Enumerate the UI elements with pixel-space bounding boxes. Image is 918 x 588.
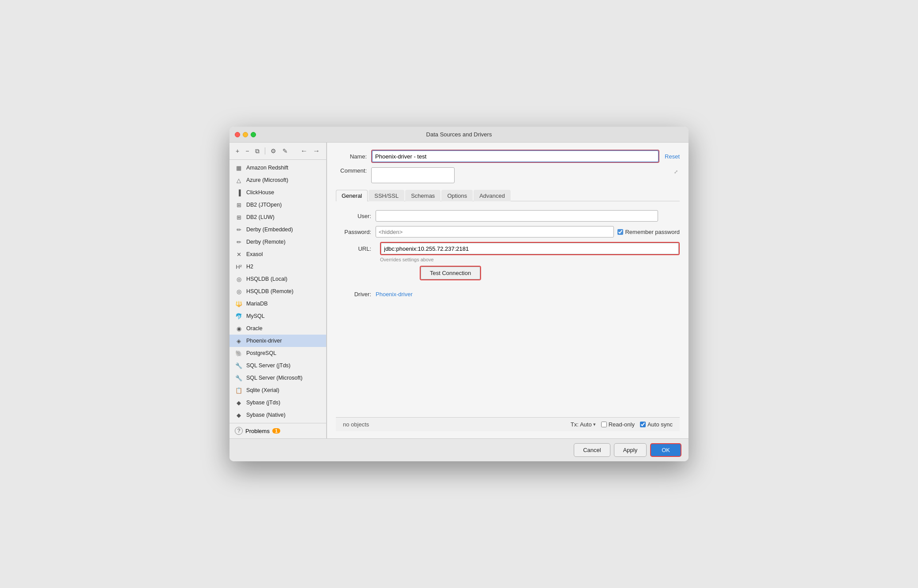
driver-label: Driver: [336,291,376,298]
sidebar-item-label-sql-server-microsoft: SQL Server (Microsoft) [246,375,302,381]
sidebar-item-phoenix-driver[interactable]: ◈Phoenix-driver [230,335,326,347]
autosync-checkbox[interactable] [640,422,646,427]
azure-microsoft-icon: △ [235,176,243,184]
sidebar: + − ⧉ ⚙ ✎ ← → ▦Amazon Redshift△Azure (Mi… [230,143,327,438]
tab-general[interactable]: General [336,190,368,201]
cancel-button[interactable]: Cancel [574,443,610,457]
tab-ssh-ssl[interactable]: SSH/SSL [369,190,404,201]
readonly-control[interactable]: Read-only [601,421,635,428]
sidebar-item-label-derby-remote: Derby (Remote) [246,239,286,245]
dialog: Data Sources and Drivers + − ⧉ ⚙ ✎ ← → ▦… [230,127,688,461]
add-button[interactable]: + [234,147,241,155]
tab-schemas[interactable]: Schemas [405,190,440,201]
forward-button[interactable]: → [311,146,322,156]
name-input[interactable] [372,151,658,162]
remember-password-checkbox[interactable] [617,229,623,235]
tx-dropdown-icon[interactable]: ▾ [593,422,596,427]
back-button[interactable]: ← [299,146,309,156]
h2-icon: H² [235,263,243,271]
postgresql-icon: 🐘 [235,349,243,357]
sidebar-item-amazon-redshift[interactable]: ▦Amazon Redshift [230,162,326,174]
settings-button[interactable]: ⚙ [269,147,278,155]
tab-options[interactable]: Options [441,190,473,201]
comment-row: Comment: ⤢ [336,167,680,185]
comment-input[interactable] [371,167,455,183]
tx-value: Auto [580,421,592,428]
tabs: General SSH/SSL Schemas Options Advanced [336,190,680,201]
apply-button[interactable]: Apply [614,443,647,457]
clickhouse-icon: ▐ [235,188,243,196]
driver-link[interactable]: Phoenix-driver [376,291,413,298]
sidebar-item-sql-server-jtds[interactable]: 🔧SQL Server (jTds) [230,359,326,372]
mariadb-icon: 🔱 [235,300,243,308]
reset-link[interactable]: Reset [665,153,680,160]
url-input[interactable] [381,243,679,254]
sybase-native-icon: ◆ [235,411,243,419]
minimize-button[interactable] [243,132,248,137]
sidebar-item-derby-remote[interactable]: ✏Derby (Remote) [230,236,326,248]
test-connection-button[interactable]: Test Connection [421,267,480,279]
sidebar-item-label-derby-embedded: Derby (Embedded) [246,226,293,233]
sidebar-item-mariadb[interactable]: 🔱MariaDB [230,298,326,310]
help-icon[interactable]: ? [235,427,243,435]
sidebar-item-hsqldb-local[interactable]: ◎HSQLDB (Local) [230,273,326,285]
url-input-wrapper [380,242,680,255]
sidebar-item-sql-server-microsoft[interactable]: 🔧SQL Server (Microsoft) [230,372,326,384]
sidebar-toolbar: + − ⧉ ⚙ ✎ ← → [230,143,326,160]
comment-label: Comment: [336,167,371,174]
sidebar-list: ▦Amazon Redshift△Azure (Microsoft)▐Click… [230,160,326,423]
sidebar-item-exasol[interactable]: ✕Exasol [230,248,326,260]
name-label: Name: [336,153,371,160]
readonly-checkbox[interactable] [601,422,607,427]
sidebar-item-sybase-native[interactable]: ◆Sybase (Native) [230,409,326,421]
password-label: Password: [336,229,376,235]
sidebar-item-label-amazon-redshift: Amazon Redshift [246,165,288,171]
remove-button[interactable]: − [244,147,251,155]
sidebar-item-db2-jtopen[interactable]: ⊞DB2 (JTOpen) [230,199,326,211]
tab-advanced[interactable]: Advanced [474,190,511,201]
copy-button[interactable]: ⧉ [253,147,261,156]
footer-buttons: Cancel Apply OK [230,438,688,461]
sidebar-item-label-db2-luw: DB2 (LUW) [246,214,275,220]
sidebar-item-clickhouse[interactable]: ▐ClickHouse [230,186,326,199]
expand-icon[interactable]: ⤢ [674,169,678,175]
status-controls: Tx: Auto ▾ Read-only Auto sync [571,421,673,428]
comment-wrapper: ⤢ [371,167,680,185]
sidebar-item-label-h2: H2 [246,264,253,270]
tab-content-general: User: Password: Remember password URL: [336,207,680,305]
sidebar-item-azure-microsoft[interactable]: △Azure (Microsoft) [230,174,326,186]
ok-button[interactable]: OK [650,443,681,457]
autosync-control[interactable]: Auto sync [640,421,673,428]
sidebar-item-sybase-jtds[interactable]: ◆Sybase (jTds) [230,396,326,409]
sidebar-item-mysql[interactable]: 🐬MySQL [230,310,326,322]
sql-server-microsoft-icon: 🔧 [235,374,243,382]
sidebar-item-derby-embedded[interactable]: ✏Derby (Embedded) [230,223,326,236]
right-panel: Name: Reset Comment: ⤢ General SSH/SSL S… [327,143,688,438]
sidebar-item-label-hsqldb-local: HSQLDB (Local) [246,276,287,282]
sidebar-item-label-sybase-native: Sybase (Native) [246,412,286,418]
sidebar-item-oracle[interactable]: ◉Oracle [230,322,326,335]
edit-button[interactable]: ✎ [281,147,290,155]
user-input[interactable] [376,210,658,222]
tx-control[interactable]: Tx: Auto ▾ [571,421,596,428]
sidebar-item-hsqldb-remote[interactable]: ◎HSQLDB (Remote) [230,285,326,298]
derby-remote-icon: ✏ [235,238,243,246]
sidebar-item-sqlite-xerial[interactable]: 📋Sqlite (Xerial) [230,384,326,396]
sidebar-item-db2-luw[interactable]: ⊞DB2 (LUW) [230,211,326,223]
sql-server-jtds-icon: 🔧 [235,362,243,369]
sidebar-item-postgresql[interactable]: 🐘PostgreSQL [230,347,326,359]
sidebar-item-label-hsqldb-remote: HSQLDB (Remote) [246,288,293,294]
db2-jtopen-icon: ⊞ [235,201,243,209]
close-button[interactable] [235,132,240,137]
sidebar-item-label-azure-microsoft: Azure (Microsoft) [246,177,288,183]
sidebar-item-label-db2-jtopen: DB2 (JTOpen) [246,202,282,208]
maximize-button[interactable] [251,132,256,137]
sidebar-item-label-oracle: Oracle [246,325,263,332]
name-input-wrapper [371,150,659,163]
overrides-note: Overrides settings above [380,257,680,262]
sqlite-xerial-icon: 📋 [235,386,243,394]
main-content: + − ⧉ ⚙ ✎ ← → ▦Amazon Redshift△Azure (Mi… [230,143,688,438]
sidebar-item-h2[interactable]: H²H2 [230,260,326,273]
password-input[interactable] [376,226,614,237]
hsqldb-remote-icon: ◎ [235,287,243,295]
